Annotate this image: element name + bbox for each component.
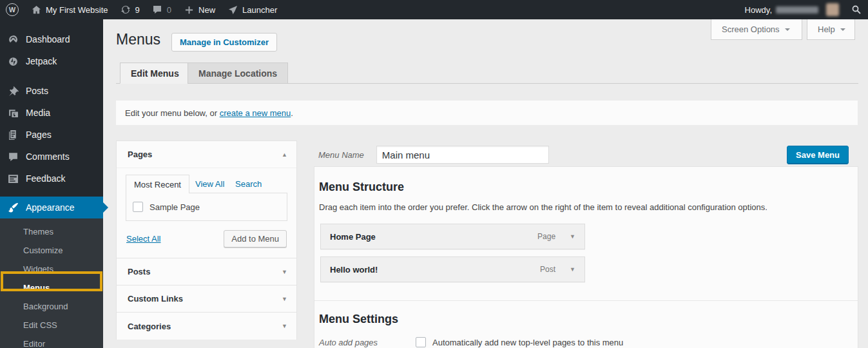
comment-count: 0 [167, 5, 171, 15]
auto-add-pages-row: Auto add pages Automatically add new top… [319, 337, 858, 347]
pages-panel: Pages ▲ Most Recent View All Search Samp… [116, 140, 297, 258]
chevron-up-icon: ▲ [282, 151, 287, 158]
add-to-menu-button[interactable]: Add to Menu [224, 230, 287, 247]
wordpress-logo-icon: W [6, 3, 19, 16]
tab-manage-locations[interactable]: Manage Locations [188, 63, 288, 84]
notice-suffix: . [291, 108, 293, 118]
chevron-down-icon: ▼ [282, 323, 287, 329]
updates-link[interactable]: 9 [114, 0, 146, 19]
custom-links-panel-header[interactable]: Custom Links ▼ [116, 285, 297, 312]
menu-editor-panel: Menu Structure Drag each item into the o… [314, 166, 858, 348]
menu-name-label: Menu Name [318, 150, 364, 160]
my-account-menu[interactable]: Howdy, [739, 0, 845, 19]
admin-sidebar: Dashboard Jetpack Posts Media Pages [0, 19, 103, 348]
menu-item-sources: Pages ▲ Most Recent View All Search Samp… [116, 140, 297, 340]
nav-tab-wrapper: Edit Menus Manage Locations [116, 63, 858, 84]
user-display-name-redacted [776, 6, 818, 14]
chevron-down-icon [840, 28, 845, 34]
help-tab[interactable]: Help [807, 19, 855, 40]
page-title: Menus [116, 31, 160, 48]
auto-add-pages-checkbox[interactable] [416, 337, 426, 347]
tab-view-all[interactable]: View All [188, 175, 232, 193]
menu-item-type: Page [537, 232, 555, 241]
launcher-label: Launcher [242, 5, 277, 15]
submenu-item-menus[interactable]: Menus [0, 278, 103, 297]
menu-structure-description: Drag each item into the order you prefer… [319, 202, 858, 212]
comment-bubble-icon [151, 4, 163, 15]
posts-panel-header[interactable]: Posts ▼ [116, 258, 297, 285]
sidebar-item-appearance[interactable]: Appearance [0, 197, 103, 218]
submenu-item-customize[interactable]: Customize [0, 241, 103, 260]
sample-page-label: Sample Page [149, 202, 200, 212]
launcher-menu[interactable]: Launcher [221, 0, 283, 19]
admin-bar: W My First Website 9 0 New [0, 0, 868, 19]
submenu-item-edit-css[interactable]: Edit CSS [0, 316, 103, 334]
menu-item-label: Hello world! [330, 265, 378, 275]
notice-text: Edit your menu below, or [125, 108, 217, 118]
sidebar-item-label: Dashboard [26, 34, 70, 44]
sidebar-item-comments[interactable]: Comments [0, 146, 103, 168]
paintbrush-icon [6, 201, 19, 214]
menu-item-hello-world[interactable]: Hello world! Post ▼ [320, 256, 585, 282]
categories-panel-header[interactable]: Categories ▼ [116, 312, 297, 340]
auto-add-pages-text: Automatically add new top-level pages to… [432, 338, 623, 347]
screen-options-label: Screen Options [722, 24, 780, 34]
chevron-down-icon[interactable]: ▼ [570, 266, 575, 273]
sidebar-item-label: Comments [26, 151, 70, 162]
pushpin-icon [6, 84, 19, 97]
new-content-menu[interactable]: New [177, 0, 221, 19]
sidebar-item-label: Pages [26, 130, 52, 140]
menu-item-home-page[interactable]: Home Page Page ▼ [320, 224, 585, 249]
create-new-menu-link[interactable]: create a new menu [220, 108, 291, 118]
chevron-down-icon: ▼ [282, 269, 287, 275]
sidebar-item-label: Jetpack [26, 56, 57, 66]
site-name-link[interactable]: My First Website [24, 0, 114, 19]
appearance-submenu: Themes Customize Widgets Menus Backgroun… [0, 218, 103, 348]
plus-icon [183, 4, 195, 15]
wordpress-logo-menu[interactable]: W [0, 0, 24, 19]
posts-panel-title: Posts [128, 267, 150, 276]
tab-search[interactable]: Search [227, 175, 269, 193]
site-name-label: My First Website [46, 5, 108, 15]
menu-item-type: Post [540, 265, 555, 274]
jetpack-icon [6, 55, 19, 68]
howdy-label: Howdy, [745, 5, 772, 15]
sidebar-item-jetpack[interactable]: Jetpack [0, 50, 103, 72]
menu-item-label: Home Page [330, 232, 376, 242]
admin-search[interactable] [845, 0, 868, 19]
submenu-item-widgets[interactable]: Widgets [0, 260, 103, 278]
sidebar-item-label: Feedback [26, 173, 65, 184]
help-label: Help [818, 24, 835, 34]
sidebar-item-label: Media [26, 108, 50, 118]
chevron-down-icon: ▼ [282, 296, 287, 302]
divider [314, 300, 858, 301]
auto-add-pages-label: Auto add pages [319, 337, 416, 347]
tab-most-recent[interactable]: Most Recent [126, 175, 189, 193]
new-label: New [198, 5, 215, 15]
sidebar-item-media[interactable]: Media [0, 102, 103, 124]
sidebar-item-pages[interactable]: Pages [0, 124, 103, 146]
edit-menu-notice: Edit your menu below, or create a new me… [116, 101, 858, 125]
pages-panel-header[interactable]: Pages ▲ [117, 141, 296, 168]
screen-options-tab[interactable]: Screen Options [711, 19, 802, 40]
auto-add-pages-field: Automatically add new top-level pages to… [416, 337, 623, 347]
comments-link[interactable]: 0 [146, 0, 177, 19]
menu-settings-title: Menu Settings [319, 313, 858, 326]
pages-panel-title: Pages [128, 150, 152, 159]
select-all-link[interactable]: Select All [126, 234, 160, 244]
sidebar-item-label: Posts [26, 86, 48, 96]
menu-name-input[interactable] [376, 146, 549, 164]
chevron-down-icon[interactable]: ▼ [570, 233, 575, 240]
pages-inner-tabs: Most Recent View All Search [126, 175, 287, 193]
menu-name-bar: Menu Name Save Menu [314, 143, 858, 166]
manage-in-customizer-button[interactable]: Manage in Customizer [171, 33, 277, 52]
sample-page-checkbox[interactable] [133, 202, 143, 212]
sidebar-item-feedback[interactable]: Feedback [0, 168, 103, 189]
sidebar-item-posts[interactable]: Posts [0, 80, 103, 102]
tab-edit-menus[interactable]: Edit Menus [120, 63, 190, 84]
submenu-item-editor[interactable]: Editor [0, 334, 103, 348]
submenu-item-background[interactable]: Background [0, 297, 103, 316]
sidebar-item-dashboard[interactable]: Dashboard [0, 28, 103, 50]
save-menu-button[interactable]: Save Menu [787, 146, 849, 164]
submenu-item-themes[interactable]: Themes [0, 222, 103, 241]
